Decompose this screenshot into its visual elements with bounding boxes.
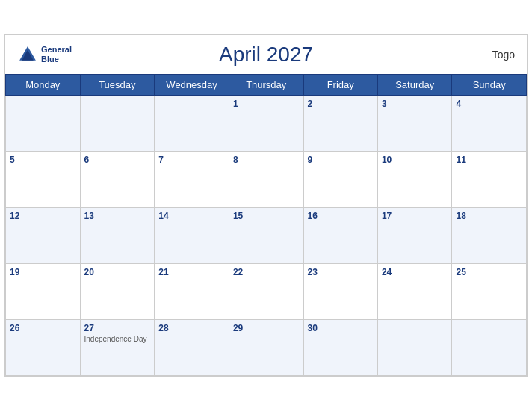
calendar-cell: [155, 96, 229, 152]
calendar-cell: 20: [80, 264, 155, 320]
calendar-title: April 2027: [219, 43, 313, 67]
weekday-header-row: MondayTuesdayWednesdayThursdayFridaySatu…: [6, 75, 527, 96]
calendar-cell: 12: [6, 208, 81, 264]
event-label: Independence Day: [84, 335, 151, 343]
calendar-cell: 4: [452, 96, 527, 152]
calendar-cell: 8: [229, 152, 303, 208]
calendar-cell: 15: [229, 208, 303, 264]
day-number: 10: [382, 155, 448, 165]
day-number: 8: [233, 155, 300, 165]
day-number: 21: [158, 267, 225, 277]
country-label: Togo: [492, 49, 515, 61]
day-number: 26: [10, 323, 76, 333]
weekday-header-friday: Friday: [303, 75, 377, 96]
calendar-week-row: 567891011: [6, 152, 527, 208]
calendar-cell: 30: [303, 320, 377, 376]
day-number: 27: [84, 323, 151, 333]
logo-area: General Blue: [17, 44, 72, 65]
calendar-container: General Blue April 2027 Togo MondayTuesd…: [4, 34, 528, 377]
calendar-header: General Blue April 2027 Togo: [5, 35, 527, 74]
logo-text: General Blue: [41, 45, 72, 64]
calendar-cell: 14: [155, 208, 229, 264]
day-number: 11: [456, 155, 522, 165]
day-number: 3: [382, 99, 448, 109]
day-number: 20: [84, 267, 151, 277]
calendar-cell: 10: [377, 152, 452, 208]
day-number: 28: [158, 323, 225, 333]
day-number: 18: [456, 211, 522, 221]
day-number: 14: [158, 211, 225, 221]
logo-icon: [17, 44, 38, 65]
calendar-cell: 5: [6, 152, 81, 208]
calendar-cell: 23: [303, 264, 377, 320]
calendar-cell: 6: [80, 152, 155, 208]
calendar-table: MondayTuesdayWednesdayThursdayFridaySatu…: [5, 74, 527, 376]
calendar-cell: 9: [303, 152, 377, 208]
calendar-cell: 13: [80, 208, 155, 264]
day-number: 15: [233, 211, 300, 221]
day-number: 25: [456, 267, 522, 277]
calendar-week-row: 12131415161718: [6, 208, 527, 264]
weekday-header-tuesday: Tuesday: [80, 75, 155, 96]
weekday-header-sunday: Sunday: [452, 75, 527, 96]
day-number: 22: [233, 267, 300, 277]
day-number: 16: [308, 211, 374, 221]
calendar-cell: 16: [303, 208, 377, 264]
calendar-cell: 26: [6, 320, 81, 376]
day-number: 12: [10, 211, 76, 221]
day-number: 29: [233, 323, 300, 333]
day-number: 4: [456, 99, 522, 109]
calendar-cell: 3: [377, 96, 452, 152]
day-number: 5: [10, 155, 76, 165]
calendar-cell: 24: [377, 264, 452, 320]
calendar-cell: 17: [377, 208, 452, 264]
day-number: 2: [308, 99, 374, 109]
day-number: 1: [233, 99, 300, 109]
day-number: 17: [382, 211, 448, 221]
calendar-cell: 7: [155, 152, 229, 208]
calendar-cell: 28: [155, 320, 229, 376]
calendar-cell: 25: [452, 264, 527, 320]
calendar-cell: 19: [6, 264, 81, 320]
calendar-cell: 11: [452, 152, 527, 208]
calendar-cell: 22: [229, 264, 303, 320]
calendar-cell: 18: [452, 208, 527, 264]
calendar-cell: 1: [229, 96, 303, 152]
day-number: 30: [308, 323, 374, 333]
calendar-cell: 27Independence Day: [80, 320, 155, 376]
day-number: 7: [158, 155, 225, 165]
day-number: 9: [308, 155, 374, 165]
weekday-header-saturday: Saturday: [377, 75, 452, 96]
calendar-cell: [452, 320, 527, 376]
day-number: 13: [84, 211, 151, 221]
weekday-header-wednesday: Wednesday: [155, 75, 229, 96]
calendar-cell: 29: [229, 320, 303, 376]
calendar-week-row: 1234: [6, 96, 527, 152]
calendar-cell: [377, 320, 452, 376]
calendar-cell: [80, 96, 155, 152]
calendar-week-row: 2627Independence Day282930: [6, 320, 527, 376]
day-number: 24: [382, 267, 448, 277]
weekday-header-monday: Monday: [6, 75, 81, 96]
weekday-header-thursday: Thursday: [229, 75, 303, 96]
calendar-week-row: 19202122232425: [6, 264, 527, 320]
calendar-cell: 2: [303, 96, 377, 152]
calendar-cell: [6, 96, 81, 152]
day-number: 6: [84, 155, 151, 165]
day-number: 23: [308, 267, 374, 277]
calendar-cell: 21: [155, 264, 229, 320]
day-number: 19: [10, 267, 76, 277]
